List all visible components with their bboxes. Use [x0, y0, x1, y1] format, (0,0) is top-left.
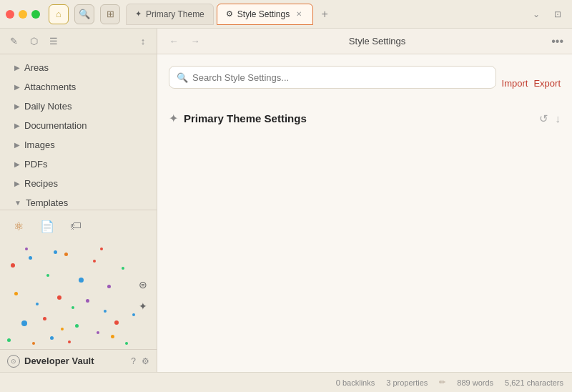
forward-button[interactable]: → — [187, 34, 203, 49]
sidebar-item-templates[interactable]: ▼ Templates — [3, 193, 154, 210]
words-status: 889 words — [457, 378, 493, 387]
backlinks-value: 0 backlinks — [336, 378, 375, 387]
maximize-button[interactable] — [31, 10, 40, 19]
sidebar-item-recipes[interactable]: ▶ Recipes — [3, 174, 154, 192]
layout-icon[interactable]: ⊞ — [100, 4, 120, 24]
vault-help-icon[interactable]: ? — [131, 356, 136, 366]
graph-filter-icon[interactable]: ⊜ — [135, 277, 151, 293]
tags-tab-icon[interactable]: 🏷 — [66, 216, 86, 236]
sidebar-item-attachments[interactable]: ▶ Attachments — [3, 77, 154, 96]
arrow-icon: ▶ — [14, 102, 20, 110]
graph-tab-icon[interactable]: ⚛ — [9, 216, 29, 236]
characters-value: 5,621 characters — [505, 378, 563, 387]
properties-status: 3 properties — [386, 378, 428, 387]
arrow-icon: ▶ — [14, 160, 20, 168]
style-settings-tab-label: Style Settings — [237, 9, 290, 19]
settings-header-actions: ↺ ↓ — [539, 112, 561, 125]
minimize-button[interactable] — [19, 10, 27, 19]
settings-header-row: ✦ Primary Theme Settings ↺ ↓ — [169, 109, 561, 128]
graph-controls: ⊜ ✦ — [135, 277, 151, 314]
style-settings-tab-icon: ⚙ — [226, 9, 233, 19]
search-input[interactable] — [192, 72, 488, 83]
status-bar: 0 backlinks 3 properties ✏ 889 words 5,6… — [0, 372, 572, 392]
sidebar-item-areas-label: Areas — [24, 62, 49, 73]
settings-section-icon: ✦ — [169, 112, 178, 125]
settings-section-title: Primary Theme Settings — [184, 112, 307, 124]
sidebar-toolbar-icons: ⌂ 🔍 ⊞ — [49, 4, 120, 24]
reset-icon[interactable]: ↺ — [539, 112, 548, 125]
files-tab-icon[interactable]: 📄 — [37, 216, 57, 236]
backlinks-status: 0 backlinks — [336, 378, 375, 387]
add-tab-button[interactable]: + — [316, 6, 333, 23]
new-note-icon[interactable]: ✎ — [6, 34, 21, 49]
content-menu-icon[interactable]: ••• — [551, 35, 563, 48]
sidebar-item-images[interactable]: ▶ Images — [3, 135, 154, 154]
sidebar-toolbar: ✎ ⬡ ☰ ↕ — [0, 29, 157, 54]
import-button[interactable]: Import — [502, 78, 528, 89]
title-bar: ⌂ 🔍 ⊞ ✦ Primary Theme ⚙ Style Settings ✕… — [0, 0, 572, 29]
new-canvas-icon[interactable]: ⬡ — [26, 34, 41, 49]
export-button[interactable]: Export — [533, 78, 561, 89]
sidebar-bottom: ⚛ 📄 🏷 ⊜ ✦ ⊙ Developer Vault ? ⚙ — [0, 210, 157, 372]
arrow-icon: ▶ — [14, 83, 20, 91]
sidebar-expand-icon[interactable]: ⊡ — [549, 6, 566, 23]
sidebar-item-documentation-label: Documentation — [24, 120, 87, 131]
new-list-icon[interactable]: ☰ — [46, 34, 61, 49]
graph-area: ⊜ ✦ — [0, 242, 157, 349]
graph-magic-icon[interactable]: ✦ — [135, 298, 151, 314]
vault-bar-icons: ? ⚙ — [131, 356, 149, 366]
arrow-icon: ▶ — [14, 141, 20, 149]
main-layout: ✎ ⬡ ☰ ↕ ▶ Areas ▶ Attachments ▶ Daily No… — [0, 29, 572, 372]
sidebar-item-attachments-label: Attachments — [24, 82, 76, 92]
sidebar: ✎ ⬡ ☰ ↕ ▶ Areas ▶ Attachments ▶ Daily No… — [0, 29, 157, 372]
style-settings-tab-close[interactable]: ✕ — [294, 9, 304, 19]
back-button[interactable]: ← — [166, 34, 182, 49]
vault-icon: ⊙ — [7, 355, 20, 368]
primary-theme-tab-icon: ✦ — [135, 9, 142, 19]
sidebar-item-areas[interactable]: ▶ Areas — [3, 58, 154, 77]
chevron-down-icon[interactable]: ⌄ — [528, 6, 545, 23]
primary-theme-tab[interactable]: ✦ Primary Theme — [126, 4, 214, 25]
arrow-icon: ▼ — [14, 199, 21, 207]
content-body: 🔍 Import Export ✦ Primary Theme Settings… — [157, 54, 572, 372]
content-header-title: Style Settings — [209, 36, 546, 46]
download-icon[interactable]: ↓ — [556, 112, 561, 125]
edit-icon-status: ✏ — [439, 378, 445, 387]
words-value: 889 words — [457, 378, 493, 387]
style-settings-tab[interactable]: ⚙ Style Settings ✕ — [217, 4, 313, 25]
content-header: ← → Style Settings ••• — [157, 29, 572, 54]
sidebar-item-daily-notes-label: Daily Notes — [24, 101, 72, 112]
sidebar-item-pdfs-label: PDFs — [24, 159, 48, 170]
edit-icon: ✏ — [439, 378, 445, 387]
close-button[interactable] — [6, 10, 14, 19]
sidebar-nav: ▶ Areas ▶ Attachments ▶ Daily Notes ▶ Do… — [0, 54, 157, 210]
arrow-icon: ▶ — [14, 64, 20, 72]
tabs-area: ✦ Primary Theme ⚙ Style Settings ✕ + — [126, 4, 528, 25]
primary-theme-tab-label: Primary Theme — [146, 9, 204, 19]
sidebar-bottom-tabs: ⚛ 📄 🏷 — [0, 210, 157, 242]
vault-name: Developer Vault — [24, 356, 127, 366]
sidebar-item-recipes-label: Recipes — [24, 178, 58, 189]
sidebar-item-images-label: Images — [24, 139, 55, 150]
sidebar-item-documentation[interactable]: ▶ Documentation — [3, 116, 154, 134]
search-bar: 🔍 — [169, 66, 496, 89]
arrow-icon: ▶ — [14, 122, 20, 129]
search-icon[interactable]: 🔍 — [74, 4, 94, 24]
properties-value: 3 properties — [386, 378, 428, 387]
sidebar-item-pdfs[interactable]: ▶ PDFs — [3, 155, 154, 173]
vault-settings-icon[interactable]: ⚙ — [142, 356, 149, 366]
sort-icon[interactable]: ↕ — [135, 34, 151, 49]
search-bar-icon: 🔍 — [177, 72, 188, 83]
title-bar-right: ⌄ ⊡ — [528, 6, 566, 23]
arrow-icon: ▶ — [14, 180, 20, 187]
home-icon[interactable]: ⌂ — [49, 4, 69, 24]
sidebar-item-templates-label: Templates — [26, 197, 68, 208]
characters-status: 5,621 characters — [505, 378, 563, 387]
content-area: ← → Style Settings ••• 🔍 Import Export ✦… — [157, 29, 572, 372]
traffic-lights — [6, 10, 40, 19]
vault-bar: ⊙ Developer Vault ? ⚙ — [0, 349, 157, 372]
sidebar-item-daily-notes[interactable]: ▶ Daily Notes — [3, 97, 154, 115]
